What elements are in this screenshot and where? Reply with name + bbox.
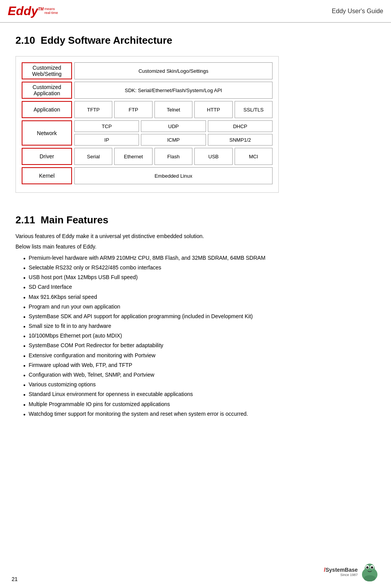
architecture-diagram: CustomizedWeb/Setting Customized Skin/Lo… bbox=[15, 56, 279, 193]
logo-area: EddyTM meansreal-time bbox=[8, 4, 58, 18]
arch-box-ssltls: SSL/TLS bbox=[235, 101, 273, 118]
arch-label-app: Application bbox=[22, 101, 72, 118]
list-item: Configuration with Web, Telnet, SNMP, an… bbox=[23, 370, 376, 380]
arch-box-serial: Serial bbox=[74, 148, 112, 165]
arch-row-web: CustomizedWeb/Setting Customized Skin/Lo… bbox=[22, 62, 273, 79]
section-2-10-title: 2.10 Eddy Software Architecture bbox=[15, 34, 376, 46]
arch-content-network: TCP IP UDP ICMP DHCP SNMP1/2 bbox=[74, 120, 273, 146]
arch-box-flash: Flash bbox=[154, 148, 192, 165]
list-item: SystemBase COM Port Redirector for bette… bbox=[23, 341, 376, 350]
section2-title-text: Main Features bbox=[41, 214, 108, 226]
list-item: Standard Linux environment for openness … bbox=[23, 389, 376, 399]
arch-row-app: Application TFTP FTP Telnet HTTP SSL/TLS bbox=[22, 101, 273, 118]
arch-box-ip: IP bbox=[74, 134, 139, 146]
svg-point-6 bbox=[364, 575, 376, 581]
arch-group-udp-icmp: UDP ICMP bbox=[141, 120, 206, 146]
list-item: Firmware upload with Web, FTP, and TFTP bbox=[23, 360, 376, 370]
section-2-11: 2.11 Main Features Various features of E… bbox=[15, 214, 376, 419]
arch-box-snmp: SNMP1/2 bbox=[208, 134, 273, 146]
arch-group-dhcp-snmp: DHCP SNMP1/2 bbox=[208, 120, 273, 146]
list-item: Extensive configuration and monitoring w… bbox=[23, 351, 376, 360]
section2-number: 2.11 bbox=[15, 214, 35, 226]
arch-box-ftp: FTP bbox=[114, 101, 152, 118]
svg-point-1 bbox=[365, 564, 375, 574]
section-2-11-title: 2.11 Main Features bbox=[15, 214, 376, 226]
list-item: Max 921.6Kbps serial speed bbox=[23, 292, 376, 302]
arch-content-app: TFTP FTP Telnet HTTP SSL/TLS bbox=[74, 101, 273, 118]
svg-point-4 bbox=[366, 566, 369, 569]
footer-since: Since 1987 bbox=[340, 573, 358, 577]
arch-row-kernel: Kernel Embedded Linux bbox=[22, 167, 273, 184]
arch-label-network: Network bbox=[22, 120, 72, 146]
list-item: Premium-level hardware with ARM9 210MHz … bbox=[23, 253, 376, 263]
section-title-text: Eddy Software Architecture bbox=[41, 34, 172, 46]
intro-line-1: Various features of Eddy make it a unive… bbox=[15, 232, 376, 240]
arch-content-sdk: SDK: Serial/Ethernet/Flash/System/Log AP… bbox=[74, 82, 273, 99]
main-content: 2.10 Eddy Software Architecture Customiz… bbox=[0, 23, 391, 430]
features-list: Premium-level hardware with ARM9 210MHz … bbox=[23, 253, 376, 419]
header-title: Eddy User's Guide bbox=[332, 8, 383, 15]
arch-box-http: HTTP bbox=[194, 101, 232, 118]
list-item: 10/100Mbps Ethernet port (auto MDIX) bbox=[23, 331, 376, 341]
arch-label-kernel: Kernel bbox=[22, 167, 72, 184]
list-item: SystemBase SDK and API support for appli… bbox=[23, 312, 376, 321]
section-2-10: 2.10 Eddy Software Architecture Customiz… bbox=[15, 34, 376, 206]
arch-box-dhcp: DHCP bbox=[208, 120, 273, 132]
arch-box-sdk: SDK: Serial/Ethernet/Flash/System/Log AP… bbox=[74, 82, 273, 99]
page-footer: 21 /SystemBase Since 1987 bbox=[12, 561, 379, 582]
arch-box-usb: USB bbox=[194, 148, 232, 165]
list-item: SD Card Interface bbox=[23, 282, 376, 292]
footer-brand-slash: /SystemBase bbox=[324, 567, 358, 573]
arch-content-web: Customized Skin/Logo/Settings bbox=[74, 62, 273, 79]
arch-box-tftp: TFTP bbox=[74, 101, 112, 118]
logo-name: Eddy bbox=[8, 4, 38, 18]
svg-point-5 bbox=[371, 566, 373, 569]
list-item: Watchdog timer support for monitoring th… bbox=[23, 409, 376, 419]
arch-label-custapp: CustomizedApplication bbox=[22, 82, 72, 99]
footer-logo: /SystemBase Since 1987 bbox=[324, 561, 379, 582]
list-item: Selectable RS232 only or RS422/485 combo… bbox=[23, 263, 376, 273]
arch-box-icmp: ICMP bbox=[141, 134, 206, 146]
arch-box-linux: Embedded Linux bbox=[74, 167, 273, 184]
footer-mascot-icon bbox=[360, 561, 379, 582]
arch-box-telnet: Telnet bbox=[154, 101, 192, 118]
arch-row-network: Network TCP IP UDP ICMP DHCP SN bbox=[22, 120, 273, 146]
page-number: 21 bbox=[12, 576, 18, 582]
arch-box-mci: MCI bbox=[235, 148, 273, 165]
list-item: USB host port (Max 12Mbps USB Full speed… bbox=[23, 273, 376, 282]
list-item: Multiple Programmable IO pins for custom… bbox=[23, 399, 376, 409]
logo-tagline: meansreal-time bbox=[45, 7, 58, 15]
arch-label-web: CustomizedWeb/Setting bbox=[22, 62, 72, 79]
logo-text: EddyTM bbox=[8, 4, 44, 18]
intro-line-2: Below lists main features of Eddy. bbox=[15, 242, 376, 251]
arch-box-udp: UDP bbox=[141, 120, 206, 132]
list-item: Small size to fit in to any hardware bbox=[23, 321, 376, 331]
list-item: Various customizing options bbox=[23, 380, 376, 389]
page-header: EddyTM meansreal-time Eddy User's Guide bbox=[0, 0, 391, 23]
arch-group-tcp-ip: TCP IP bbox=[74, 120, 139, 146]
arch-content-driver: Serial Ethernet Flash USB MCI bbox=[74, 148, 273, 165]
arch-label-driver: Driver bbox=[22, 148, 72, 165]
arch-row-custapp: CustomizedApplication SDK: Serial/Ethern… bbox=[22, 82, 273, 99]
logo-tm: TM bbox=[38, 7, 43, 11]
arch-content-kernel: Embedded Linux bbox=[74, 167, 273, 184]
arch-box-tcp: TCP bbox=[74, 120, 139, 132]
arch-row-driver: Driver Serial Ethernet Flash USB MCI bbox=[22, 148, 273, 165]
section-number: 2.10 bbox=[15, 34, 35, 46]
arch-box-ethernet: Ethernet bbox=[114, 148, 152, 165]
arch-box-skin: Customized Skin/Logo/Settings bbox=[74, 62, 273, 79]
list-item: Program and run your own application bbox=[23, 302, 376, 312]
